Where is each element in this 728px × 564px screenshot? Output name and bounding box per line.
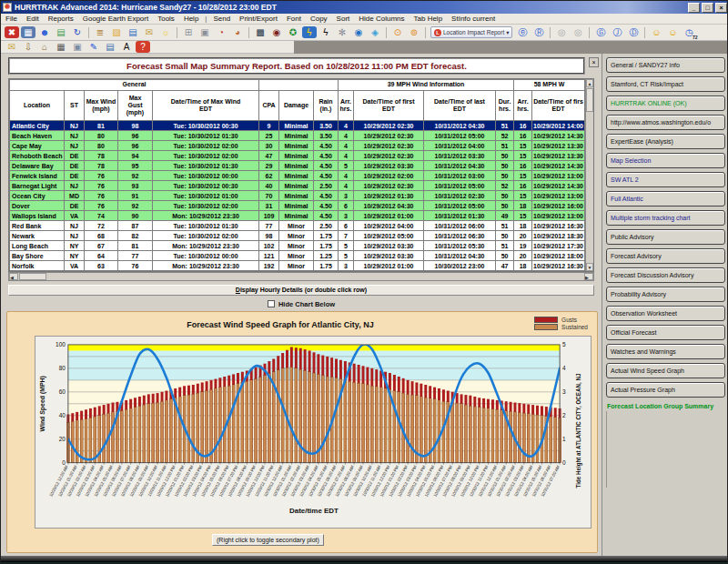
table-cell[interactable]: Tue: 10/30/2012 00:30 (153, 181, 259, 191)
table-cell[interactable]: Mon: 10/29/2012 23:30 (153, 241, 259, 251)
table-cell[interactable]: Bay Shore (10, 251, 65, 261)
menu-item-tools[interactable]: Tools (153, 15, 179, 23)
table-cell[interactable]: 51 (496, 221, 514, 231)
table-cell[interactable]: 4.50 (314, 201, 339, 211)
table-row[interactable]: NorfolkVA6376Mon: 10/29/2012 23:30192Min… (10, 261, 585, 271)
edit-page-icon[interactable]: ✎ (86, 41, 101, 53)
user-question-icon-1[interactable]: ☺ (649, 26, 663, 38)
table-cell[interactable]: Tue: 10/30/2012 02:00 (153, 201, 259, 211)
table-cell[interactable]: Fenwick Island (10, 171, 65, 181)
table-cell[interactable]: Minimal (279, 161, 314, 171)
table-cell[interactable]: DE (65, 161, 85, 171)
table-cell[interactable]: 18 (514, 201, 532, 211)
table-cell[interactable]: 52 (496, 181, 514, 191)
menu-item-stinfo-current[interactable]: StInfo current (447, 15, 500, 23)
table-cell[interactable]: 3 (339, 191, 354, 201)
table-cell[interactable]: 4.50 (314, 151, 339, 161)
table-cell[interactable]: Long Beach (10, 241, 65, 251)
table-cell[interactable]: 51 (496, 121, 514, 131)
sun-icon[interactable]: ☼ (158, 26, 173, 38)
sidebar-item-sw-atl-2[interactable]: SW ATL 2 (606, 172, 725, 187)
close-button[interactable]: × (715, 3, 727, 13)
wind-speed-chart[interactable]: 02040608010001234510/29/12 12:00 AM10/29… (35, 336, 592, 529)
table-cell[interactable]: Mon: 10/29/2012 23:30 (153, 261, 259, 271)
table-cell[interactable]: 25 (259, 131, 279, 141)
table-cell[interactable]: 121 (259, 251, 279, 261)
scroll-down-arrow[interactable]: ▼ (586, 263, 593, 271)
table-row[interactable]: DoverDE7692Tue: 10/30/2012 02:0031Minima… (10, 201, 585, 211)
table-cell[interactable]: 2.50 (314, 221, 339, 231)
display-hourly-details-button[interactable]: Display Hourly Details (or double click … (8, 285, 594, 296)
table-cell[interactable]: Red Bank (10, 221, 65, 231)
table-row[interactable]: Red BankNJ7287Tue: 10/30/2012 01:3077Min… (10, 221, 585, 231)
table-cell[interactable]: 4.50 (314, 141, 339, 151)
circled-r-icon[interactable]: Ⓡ (531, 26, 546, 38)
table-cell[interactable]: Tue: 10/30/2012 00:00 (153, 171, 259, 181)
table-cell[interactable]: 5 (339, 251, 354, 261)
table-cell[interactable]: 10/29/2012 02:30 (354, 121, 424, 131)
table-cell[interactable]: Tue: 10/30/2012 00:30 (153, 121, 259, 131)
table-cell[interactable]: 16 (514, 131, 532, 141)
table-cell[interactable]: 50 (496, 161, 514, 171)
table-cell[interactable]: 3 (339, 211, 354, 221)
table-cell[interactable]: Tue: 10/30/2012 01:30 (153, 131, 259, 141)
table-cell[interactable]: 15 (514, 211, 532, 221)
table-cell[interactable]: Tue: 10/30/2012 02:00 (153, 151, 259, 161)
scroll-right-arrow[interactable]: ▶ (584, 273, 593, 280)
printer-icon[interactable]: ▦ (54, 41, 68, 53)
table-cell[interactable]: 10/29/2012 03:30 (354, 251, 424, 261)
hurricane-symbol-icon[interactable]: ✻ (335, 26, 349, 38)
toggle-secondary-plot-button[interactable]: (Right click to toggle secondary plot) (212, 534, 324, 546)
table-cell[interactable]: 82 (118, 231, 153, 241)
table-cell[interactable]: 98 (118, 121, 153, 131)
table-row[interactable]: Bay ShoreNY6477Tue: 10/30/2012 00:00121M… (10, 251, 585, 261)
stamp-icon[interactable]: ⌂ (37, 41, 52, 53)
table-cell[interactable]: 10/31/2012 06:30 (424, 231, 496, 241)
table-cell[interactable]: 72 (85, 221, 118, 231)
table-cell[interactable]: 10/29/2012 13:30 (532, 151, 585, 161)
mail-alert-icon[interactable]: ✉ (142, 26, 157, 38)
sidebar-item-observation-worksheet[interactable]: Observation Worksheet (606, 306, 725, 321)
google-earth-icon[interactable]: ◈ (368, 26, 382, 38)
table-cell[interactable]: 67 (85, 241, 118, 251)
table-cell[interactable]: 4 (339, 181, 354, 191)
table-cell[interactable]: 10/29/2012 14:30 (532, 131, 585, 141)
table-cell[interactable]: 70 (259, 191, 279, 201)
table-cell[interactable]: 3.50 (314, 131, 339, 141)
table-cell[interactable]: 10/31/2012 05:30 (424, 241, 496, 251)
table-cell[interactable]: 109 (259, 211, 279, 221)
sidebar-item-general-sandy27-info[interactable]: General / SANDY27 info (606, 57, 725, 73)
table-cell[interactable]: 76 (85, 201, 118, 211)
table-cell[interactable]: Minimal (279, 121, 314, 131)
globe-dark-icon[interactable]: ◉ (269, 26, 284, 38)
globe-lightning-icon[interactable]: ϟ (302, 26, 317, 38)
table-cell[interactable]: NJ (65, 131, 85, 141)
table-cell[interactable]: 96 (118, 131, 153, 141)
refresh-icon[interactable]: ↻ (70, 26, 85, 38)
table-cell[interactable]: 50 (496, 251, 514, 261)
table-cell[interactable]: 78 (85, 161, 118, 171)
table-cell[interactable]: 80 (85, 141, 118, 151)
table-cell[interactable]: 50 (496, 171, 514, 181)
table-cell[interactable]: 16 (514, 121, 532, 131)
table-cell[interactable]: 10/31/2012 04:00 (424, 141, 496, 151)
table-horizontal-scrollbar[interactable]: ◀ ▶ (8, 272, 594, 281)
font-icon[interactable]: A (119, 41, 134, 53)
globe-green-icon[interactable]: ✪ (286, 26, 300, 38)
table-cell[interactable]: NJ (65, 221, 85, 231)
table-cell[interactable]: 30 (259, 141, 279, 151)
table-cell[interactable]: 81 (85, 121, 118, 131)
sidebar-item-forecast-advisory[interactable]: Forecast Advisory (606, 248, 725, 264)
folder-open-icon[interactable]: ▨ (109, 26, 124, 38)
table-cell[interactable]: 76 (85, 171, 118, 181)
table-cell[interactable]: 80 (85, 131, 118, 141)
sidebar-item-actual-wind-speed-graph[interactable]: Actual Wind Speed Graph (606, 363, 725, 378)
table-cell[interactable]: 10/29/2012 13:00 (532, 171, 585, 181)
table-cell[interactable]: 5 (339, 161, 354, 171)
scroll-thumb[interactable] (586, 88, 593, 112)
table-cell[interactable]: Minimal (279, 171, 314, 181)
table-cell[interactable]: Delaware Bay (10, 161, 65, 171)
sidebar-item-http-www-atmos-washington-edu-o[interactable]: http://www.atmos.washington.edu/o (606, 115, 725, 130)
gauge-icon-2[interactable]: ◕ (230, 26, 245, 38)
table-cell[interactable]: 96 (118, 141, 153, 151)
